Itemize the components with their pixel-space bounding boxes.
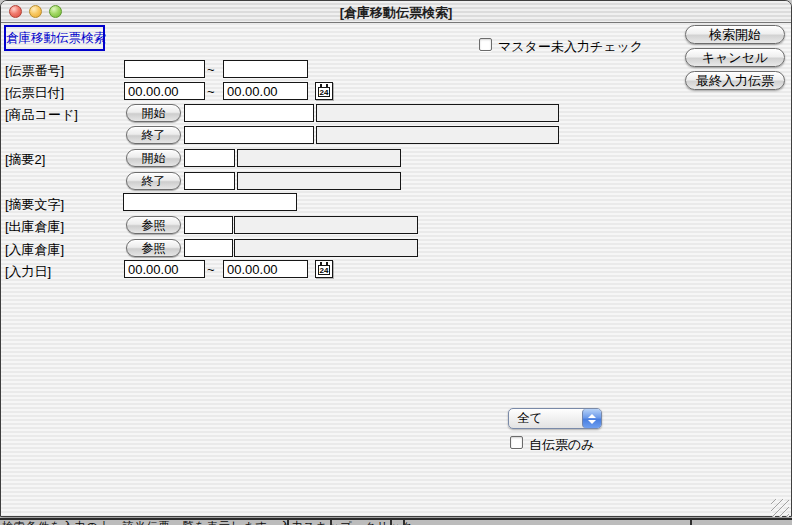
slip-date-from-input[interactable] (124, 82, 205, 100)
slip-date-range-separator: ~ (207, 84, 215, 99)
inbound-warehouse-name-display (234, 239, 418, 257)
master-unentered-checkbox-label: マスター未入力チェック (498, 38, 643, 56)
summary2-start-button[interactable]: 開始 (126, 149, 181, 167)
slip-number-range-separator: ~ (207, 62, 215, 77)
master-unentered-checkbox[interactable] (479, 38, 492, 51)
entry-date-range-separator: ~ (207, 262, 215, 277)
chevron-down-icon (588, 420, 596, 424)
slip-number-from-input[interactable] (124, 60, 205, 78)
clipped-status-text: 検索条件を入力の上、該当伝票一覧を表示します。入力スキップ→クリック (2, 520, 414, 525)
own-slip-only-checkbox-label: 自伝票のみ (529, 436, 595, 454)
entry-date-label: [入力日] (5, 263, 51, 281)
summary2-label: [摘要2] (5, 151, 45, 169)
summary2-end-input[interactable] (184, 172, 235, 190)
title-bar[interactable]: [倉庫移動伝票検索] (1, 1, 791, 23)
own-slip-only-checkbox[interactable] (510, 436, 523, 449)
slip-number-label: [伝票番号] (5, 62, 64, 80)
summary-text-input[interactable] (123, 193, 297, 211)
background-window-strip: 検索条件を入力の上、該当伝票一覧を表示します。入力スキップ→クリック (0, 518, 792, 525)
cancel-button[interactable]: キャンセル (685, 48, 785, 67)
last-entry-slip-button[interactable]: 最終入力伝票 (685, 71, 785, 90)
chevron-up-icon (588, 414, 596, 418)
slip-date-label: [伝票日付] (5, 84, 64, 102)
entry-date-calendar-button[interactable]: 24 (315, 260, 333, 278)
outbound-warehouse-name-display (234, 216, 418, 234)
product-code-end-button[interactable]: 終了 (126, 126, 181, 144)
summary2-end-display (237, 172, 401, 190)
stepper-icon (582, 409, 601, 428)
entry-date-to-input[interactable] (223, 260, 308, 278)
resize-grip[interactable] (771, 499, 789, 517)
filter-select-value: 全て (509, 410, 542, 427)
search-window: [倉庫移動伝票検索] 倉庫移動伝票検索 マスター未入力チェック 検索開始 キャン… (0, 0, 792, 517)
divider (330, 520, 332, 525)
filter-select[interactable]: 全て (508, 408, 602, 429)
summary2-start-input[interactable] (184, 149, 235, 167)
summary-text-label: [摘要文字] (5, 196, 64, 214)
divider (287, 520, 289, 525)
window-title: [倉庫移動伝票検索] (1, 4, 791, 22)
search-start-button[interactable]: 検索開始 (685, 25, 785, 44)
slip-number-to-input[interactable] (223, 60, 308, 78)
product-code-end-input[interactable] (184, 126, 314, 144)
product-name-end-display (316, 126, 559, 144)
summary2-start-display (237, 149, 401, 167)
slip-date-to-input[interactable] (223, 82, 308, 100)
outbound-warehouse-label: [出庫倉庫] (5, 218, 64, 236)
product-name-start-display (316, 104, 559, 122)
outbound-warehouse-ref-button[interactable]: 参照 (126, 216, 181, 234)
product-code-label: [商品コード] (5, 106, 78, 124)
product-code-start-button[interactable]: 開始 (126, 104, 181, 122)
outbound-warehouse-code-input[interactable] (184, 216, 233, 234)
slip-date-calendar-button[interactable]: 24 (315, 82, 333, 100)
divider (390, 520, 392, 525)
calendar-icon: 24 (318, 87, 330, 97)
summary2-end-button[interactable]: 終了 (126, 172, 181, 190)
inbound-warehouse-code-input[interactable] (184, 239, 233, 257)
inbound-warehouse-ref-button[interactable]: 参照 (126, 239, 181, 257)
screen-title-badge: 倉庫移動伝票検索 (4, 25, 105, 51)
product-code-start-input[interactable] (184, 104, 314, 122)
divider (403, 520, 405, 525)
calendar-icon: 24 (318, 265, 330, 275)
inbound-warehouse-label: [入庫倉庫] (5, 241, 64, 259)
divider (690, 520, 692, 525)
entry-date-from-input[interactable] (124, 260, 205, 278)
